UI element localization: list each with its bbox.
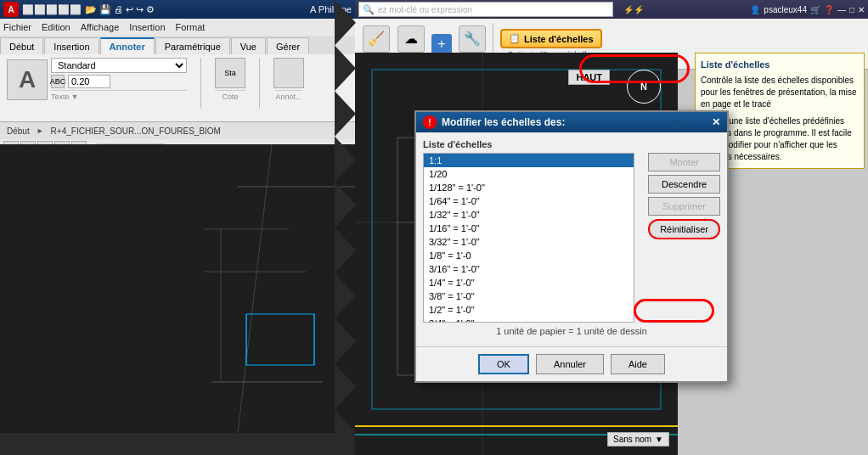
- cote-group: Sta Cote: [215, 58, 245, 101]
- plus-icon: +: [431, 34, 452, 54]
- scale-item-0[interactable]: 1:1: [424, 154, 634, 167]
- size-input[interactable]: [68, 75, 110, 88]
- descendre-btn[interactable]: Descendre: [648, 175, 720, 194]
- dialog-icon: !: [423, 115, 437, 129]
- cad-svg: [0, 144, 357, 433]
- scale-item-5[interactable]: 1/16" = 1'-0": [424, 222, 634, 235]
- scale-item-11[interactable]: 1/2" = 1'-0": [424, 303, 634, 317]
- help-icon: ❓: [824, 5, 834, 14]
- minimize-btn[interactable]: —: [837, 5, 846, 14]
- menu-insertion[interactable]: Insertion: [129, 22, 165, 32]
- section-label: Liste d'échelles: [423, 139, 720, 149]
- liste-echelles-icon: 📋: [509, 33, 521, 44]
- scale-listbox[interactable]: 1:1 1/20 1/128" = 1'-0" 1/64" = 1'-0" 1/…: [423, 153, 634, 323]
- scale-item-4[interactable]: 1/32" = 1'-0": [424, 208, 634, 222]
- texte-big-icon[interactable]: A: [7, 59, 48, 100]
- right-titlebar: 🔍 ez mot-clé ou expression ⚡⚡ 👤 psacleux…: [355, 0, 868, 19]
- size-row: ABC: [51, 75, 187, 88]
- texte-group: A Standard ABC Texte ▼: [7, 58, 187, 101]
- menu-edition[interactable]: Edition: [42, 22, 70, 32]
- scale-item-1[interactable]: 1/20: [424, 167, 634, 181]
- liste-echelles-btn[interactable]: 📋 Liste d'échelles: [500, 29, 602, 48]
- dialog-close-btn[interactable]: ✕: [712, 116, 720, 128]
- scale-item-10[interactable]: 3/8" = 1'-0": [424, 289, 634, 303]
- sans-nom-text: Sans nom: [613, 435, 651, 444]
- username-right: psacleux44: [764, 5, 807, 14]
- cote-icon[interactable]: Sta: [215, 58, 245, 88]
- sans-nom-label: Sans nom ▼: [607, 432, 669, 447]
- tab-gerer[interactable]: Gérer: [267, 37, 309, 54]
- scale-item-8[interactable]: 3/16" = 1'-0": [424, 262, 634, 276]
- annot-icon[interactable]: [273, 58, 304, 88]
- aide-btn[interactable]: Aide: [611, 354, 665, 374]
- svg-line-0: [238, 144, 272, 433]
- nettoyer-icon: 🧹: [363, 25, 390, 53]
- left-drawing-area: [0, 144, 357, 433]
- dialog-sidebar: Monter Descendre Supprimer Réinitialiser: [641, 153, 720, 323]
- ajouter-icon: 🔧: [459, 25, 486, 53]
- texte-dropdown-arrow[interactable]: ▼: [71, 93, 79, 101]
- monter-btn[interactable]: Monter: [648, 153, 720, 171]
- supprimer-btn[interactable]: Supprimer: [648, 197, 720, 216]
- search-label-2: ⚡⚡: [623, 5, 644, 14]
- ok-btn[interactable]: OK: [478, 354, 529, 374]
- menu-affichage[interactable]: Affichage: [81, 22, 120, 32]
- reinitialiser-btn[interactable]: Réinitialiser: [648, 219, 720, 239]
- compass: N: [627, 70, 661, 104]
- right-user-area: 👤 psacleux44 🛒 ❓ — □ ✕: [750, 5, 865, 14]
- ribbon-plus[interactable]: +: [431, 34, 452, 54]
- left-titlebar: A ⬜⬜⬜⬜⬜ 📂 💾 🖨 ↩ ↪ ⚙ A Philippe: [0, 0, 355, 19]
- breadcrumb-file: R+4_FICHIER_SOUR...ON_FOURES_BIOM: [51, 126, 221, 136]
- sans-nom-arrow[interactable]: ▼: [655, 435, 663, 444]
- svg-rect-2: [246, 314, 314, 365]
- nuage-icon: ☁: [397, 25, 425, 53]
- annot-label: Annot...: [275, 90, 302, 101]
- annuler-btn[interactable]: Annuler: [536, 354, 604, 374]
- search-icon: 🔍: [363, 4, 375, 15]
- search-area: 🔍 ez mot-clé ou expression ⚡⚡: [358, 2, 750, 17]
- separator-2: [259, 58, 260, 109]
- style-dropdown[interactable]: Standard: [51, 58, 187, 73]
- cote-label: Cote: [215, 90, 245, 101]
- texte-row1: A Standard ABC Texte ▼: [7, 58, 187, 101]
- dialog-titlebar: ! Modifier les échelles des: ✕: [416, 112, 727, 132]
- ribbon-tabs: Début Insertion Annoter Paramétrique Vue…: [0, 36, 355, 54]
- search-placeholder: ez mot-clé ou expression: [378, 5, 472, 14]
- modifier-echelles-dialog: ! Modifier les échelles des: ✕ Liste d'é…: [414, 110, 729, 383]
- dialog-main-row: 1:1 1/20 1/128" = 1'-0" 1/64" = 1'-0" 1/…: [423, 153, 720, 323]
- scale-item-7[interactable]: 1/8" = 1'-0: [424, 249, 634, 262]
- cart-icon: 🛒: [810, 5, 820, 14]
- scale-item-3[interactable]: 1/64" = 1'-0": [424, 194, 634, 208]
- footer-text: 1 unité de papier = 1 unité de dessin: [423, 323, 720, 340]
- ribbon-content: A Standard ABC Texte ▼: [0, 54, 355, 122]
- scale-item-9[interactable]: 1/4" = 1'-0": [424, 276, 634, 289]
- tab-parametrique[interactable]: Paramétrique: [155, 37, 230, 54]
- menu-format[interactable]: Format: [176, 22, 206, 32]
- liste-echelles-label: Liste d'échelles: [524, 34, 594, 44]
- texte-label-row: Texte ▼: [51, 90, 187, 101]
- toolbar-icons: 📂 💾 🖨 ↩ ↪ ⚙: [85, 4, 155, 15]
- dialog-actions: OK Annuler Aide: [416, 346, 727, 381]
- tab-insertion[interactable]: Insertion: [44, 37, 99, 54]
- tab-annoter[interactable]: Annoter: [100, 37, 155, 54]
- scale-item-6[interactable]: 3/32" = 1'-0": [424, 235, 634, 249]
- annot-group: Annot...: [273, 58, 304, 101]
- tooltip-line1: Contrôle la liste des échelles disponibl…: [701, 75, 859, 110]
- tooltip-title: Liste d'échelles: [701, 59, 859, 71]
- dialog-body: Liste d'échelles 1:1 1/20 1/128" = 1'-0"…: [416, 132, 727, 346]
- close-btn[interactable]: ✕: [858, 5, 865, 14]
- separator-1: [200, 58, 201, 109]
- autocad-logo: A: [3, 2, 19, 17]
- compass-n: N: [640, 81, 647, 92]
- maximize-btn[interactable]: □: [849, 5, 854, 14]
- breadcrumb-bar: Début ► R+4_FICHIER_SOUR...ON_FOURES_BIO…: [0, 122, 355, 139]
- menu-fichier[interactable]: Fichier: [3, 22, 31, 32]
- tab-debut[interactable]: Début: [0, 37, 43, 54]
- abc-icon: ABC: [51, 75, 65, 88]
- scale-item-2[interactable]: 1/128" = 1'-0": [424, 181, 634, 194]
- search-bar[interactable]: 🔍 ez mot-clé ou expression: [358, 2, 613, 17]
- breadcrumb-debut: Début: [7, 126, 30, 136]
- scale-item-12[interactable]: 3/4" = 1'-0": [424, 317, 634, 323]
- tab-vue[interactable]: Vue: [231, 37, 266, 54]
- dialog-title: Modifier les échelles des:: [442, 116, 565, 128]
